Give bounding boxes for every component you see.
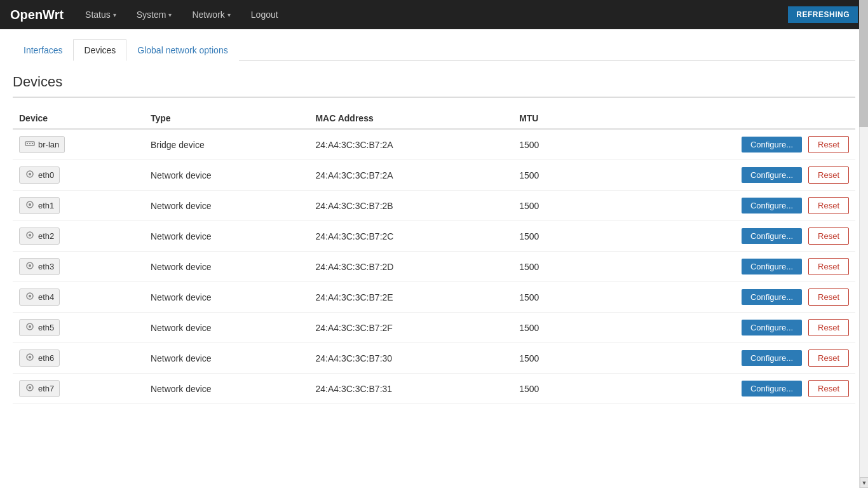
device-badge: eth0 [19,166,60,184]
col-header-actions [586,108,855,129]
device-name: eth5 [38,323,54,332]
scrollbar-thumb[interactable] [859,0,868,127]
device-name: eth2 [38,231,54,241]
mtu-cell: 1500 [513,313,586,343]
configure-button[interactable]: Configure... [742,198,802,214]
configure-button[interactable]: Configure... [742,320,802,336]
mac-cell: 24:A4:3C:3C:B7:2E [309,282,513,313]
configure-button[interactable]: Configure... [742,137,802,152]
svg-rect-1 [27,143,28,144]
table-row: eth5 Network device 24:A4:3C:3C:B7:2F 15… [13,313,855,343]
configure-button[interactable]: Configure... [742,167,802,183]
device-badge: eth3 [19,258,60,275]
network-icon [25,291,35,303]
chevron-down-icon: ▾ [113,11,116,18]
main-content: Interfaces Devices Global network option… [0,29,868,488]
tab-devices[interactable]: Devices [73,39,126,61]
mac-cell: 24:A4:3C:3C:B7:2A [309,160,513,191]
device-name: eth0 [38,170,54,180]
device-cell: eth7 [13,374,144,404]
table-row: eth6 Network device 24:A4:3C:3C:B7:30 15… [13,343,855,374]
network-icon [25,322,35,334]
svg-point-19 [29,386,31,389]
table-row: eth2 Network device 24:A4:3C:3C:B7:2C 15… [13,221,855,252]
nav-link-system[interactable]: System ▾ [128,2,181,27]
svg-point-17 [29,356,31,358]
svg-rect-3 [32,143,33,144]
table-row: br-lan Bridge device 24:A4:3C:3C:B7:2A 1… [13,129,855,160]
actions-cell: Configure... Reset [586,374,855,404]
nav-item-logout[interactable]: Logout [242,2,287,27]
col-header-type: Type [144,108,309,129]
nav-label-network: Network [192,10,224,20]
nav-link-network[interactable]: Network ▾ [183,2,239,27]
device-badge: eth1 [19,197,60,214]
configure-button[interactable]: Configure... [742,381,802,396]
nav-item-network[interactable]: Network ▾ [183,2,239,27]
col-header-mtu: MTU [513,108,586,129]
refreshing-button[interactable]: REFRESHING [788,6,858,23]
mtu-cell: 1500 [513,129,586,160]
svg-point-5 [29,173,31,175]
brand-logo[interactable]: OpenWrt [10,8,64,22]
type-cell: Network device [144,221,309,252]
reset-button[interactable]: Reset [808,197,849,214]
configure-button[interactable]: Configure... [742,350,802,366]
mac-cell: 24:A4:3C:3C:B7:2B [309,191,513,221]
table-row: eth1 Network device 24:A4:3C:3C:B7:2B 15… [13,191,855,221]
nav-link-status[interactable]: Status ▾ [76,2,125,27]
configure-button[interactable]: Configure... [742,289,802,305]
device-cell: eth6 [13,343,144,374]
device-cell: eth3 [13,252,144,282]
type-cell: Network device [144,374,309,404]
svg-rect-2 [29,143,31,144]
configure-button[interactable]: Configure... [742,259,802,274]
network-icon [25,230,35,242]
network-icon [25,383,35,395]
device-name: eth1 [38,201,54,210]
mtu-cell: 1500 [513,252,586,282]
tab-interfaces[interactable]: Interfaces [13,39,73,61]
mac-cell: 24:A4:3C:3C:B7:2A [309,129,513,160]
type-cell: Network device [144,313,309,343]
type-cell: Network device [144,160,309,191]
reset-button[interactable]: Reset [808,258,849,275]
svg-point-15 [29,325,31,328]
svg-point-13 [29,295,31,297]
mac-cell: 24:A4:3C:3C:B7:2F [309,313,513,343]
device-cell: br-lan [13,129,144,160]
device-badge: eth7 [19,380,60,397]
network-icon [25,200,35,212]
reset-button[interactable]: Reset [808,288,849,306]
reset-button[interactable]: Reset [808,227,849,245]
svg-point-7 [29,203,31,206]
device-cell: eth1 [13,191,144,221]
mtu-cell: 1500 [513,221,586,252]
nav-label-logout: Logout [251,10,278,20]
reset-button[interactable]: Reset [808,319,849,336]
nav-item-status[interactable]: Status ▾ [76,2,125,27]
table-row: eth3 Network device 24:A4:3C:3C:B7:2D 15… [13,252,855,282]
nav-label-status: Status [85,10,111,20]
reset-button[interactable]: Reset [808,349,849,367]
network-icon [25,169,35,181]
svg-point-11 [29,264,31,267]
actions-cell: Configure... Reset [586,313,855,343]
network-icon [25,352,35,364]
network-icon [25,261,35,273]
device-name: eth4 [38,292,54,302]
type-cell: Network device [144,191,309,221]
reset-button[interactable]: Reset [808,166,849,184]
reset-button[interactable]: Reset [808,380,849,397]
reset-button[interactable]: Reset [808,136,849,153]
configure-button[interactable]: Configure... [742,228,802,244]
actions-cell: Configure... Reset [586,282,855,313]
page-title: Devices [13,74,855,98]
device-badge: eth4 [19,288,60,306]
actions-cell: Configure... Reset [586,252,855,282]
nav-item-system[interactable]: System ▾ [128,2,181,27]
tab-global-network-options[interactable]: Global network options [126,39,238,61]
nav-link-logout[interactable]: Logout [242,2,287,27]
scroll-down-arrow[interactable]: ▼ [860,477,868,488]
col-header-device: Device [13,108,144,129]
